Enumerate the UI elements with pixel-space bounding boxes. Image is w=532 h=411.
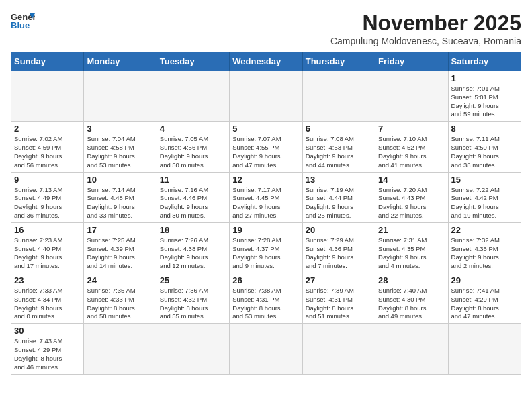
day-info: Sunrise: 7:33 AMSunset: 4:34 PMDaylight:… bbox=[14, 287, 81, 321]
table-row: 24Sunrise: 7:35 AMSunset: 4:33 PMDayligh… bbox=[84, 273, 157, 324]
empty-cell bbox=[157, 71, 229, 122]
table-row: 14Sunrise: 7:20 AMSunset: 4:43 PMDayligh… bbox=[375, 172, 448, 222]
day-number: 20 bbox=[306, 225, 372, 235]
logo-icon: General Blue bbox=[11, 11, 35, 30]
day-number: 1 bbox=[451, 73, 518, 83]
day-info: Sunrise: 7:19 AMSunset: 4:44 PMDaylight:… bbox=[306, 186, 372, 220]
day-info: Sunrise: 7:40 AMSunset: 4:30 PMDaylight:… bbox=[378, 287, 445, 321]
table-row: 26Sunrise: 7:38 AMSunset: 4:31 PMDayligh… bbox=[230, 273, 302, 324]
day-info: Sunrise: 7:07 AMSunset: 4:55 PMDaylight:… bbox=[232, 135, 299, 169]
calendar-week-row: 16Sunrise: 7:23 AMSunset: 4:40 PMDayligh… bbox=[11, 222, 521, 273]
day-number: 14 bbox=[378, 175, 445, 185]
day-info: Sunrise: 7:43 AMSunset: 4:29 PMDaylight:… bbox=[14, 337, 81, 371]
day-number: 5 bbox=[232, 124, 299, 134]
table-row: 11Sunrise: 7:16 AMSunset: 4:46 PMDayligh… bbox=[157, 172, 229, 222]
day-info: Sunrise: 7:16 AMSunset: 4:46 PMDaylight:… bbox=[160, 186, 226, 220]
table-row: 23Sunrise: 7:33 AMSunset: 4:34 PMDayligh… bbox=[11, 273, 84, 324]
day-info: Sunrise: 7:31 AMSunset: 4:35 PMDaylight:… bbox=[378, 236, 445, 271]
logo: General Blue bbox=[11, 11, 35, 30]
header-thursday: Thursday bbox=[302, 52, 375, 71]
header-tuesday: Tuesday bbox=[157, 52, 229, 71]
day-info: Sunrise: 7:38 AMSunset: 4:31 PMDaylight:… bbox=[232, 287, 299, 321]
calendar-week-row: 1Sunrise: 7:01 AMSunset: 5:01 PMDaylight… bbox=[11, 71, 521, 122]
day-number: 26 bbox=[232, 275, 299, 285]
empty-cell bbox=[84, 324, 157, 374]
day-number: 4 bbox=[160, 124, 226, 134]
day-info: Sunrise: 7:22 AMSunset: 4:42 PMDaylight:… bbox=[451, 186, 518, 220]
day-number: 17 bbox=[87, 225, 153, 235]
empty-cell bbox=[84, 71, 157, 122]
day-number: 25 bbox=[160, 275, 226, 285]
table-row: 4Sunrise: 7:05 AMSunset: 4:56 PMDaylight… bbox=[157, 122, 229, 172]
day-number: 9 bbox=[14, 175, 81, 185]
table-row: 17Sunrise: 7:25 AMSunset: 4:39 PMDayligh… bbox=[84, 222, 157, 273]
table-row: 13Sunrise: 7:19 AMSunset: 4:44 PMDayligh… bbox=[302, 172, 375, 222]
table-row: 30Sunrise: 7:43 AMSunset: 4:29 PMDayligh… bbox=[11, 324, 84, 374]
day-info: Sunrise: 7:36 AMSunset: 4:32 PMDaylight:… bbox=[160, 287, 226, 321]
calendar-week-row: 23Sunrise: 7:33 AMSunset: 4:34 PMDayligh… bbox=[11, 273, 521, 324]
day-info: Sunrise: 7:26 AMSunset: 4:38 PMDaylight:… bbox=[160, 236, 226, 271]
day-number: 18 bbox=[160, 225, 226, 235]
day-info: Sunrise: 7:20 AMSunset: 4:43 PMDaylight:… bbox=[378, 186, 445, 220]
day-number: 28 bbox=[378, 275, 445, 285]
table-row: 7Sunrise: 7:10 AMSunset: 4:52 PMDaylight… bbox=[375, 122, 448, 172]
day-number: 6 bbox=[306, 124, 372, 134]
empty-cell bbox=[375, 324, 448, 374]
day-info: Sunrise: 7:04 AMSunset: 4:58 PMDaylight:… bbox=[87, 135, 153, 169]
day-number: 2 bbox=[14, 124, 81, 134]
table-row: 1Sunrise: 7:01 AMSunset: 5:01 PMDaylight… bbox=[448, 71, 521, 122]
table-row: 12Sunrise: 7:17 AMSunset: 4:45 PMDayligh… bbox=[230, 172, 302, 222]
day-number: 22 bbox=[451, 225, 518, 235]
day-info: Sunrise: 7:41 AMSunset: 4:29 PMDaylight:… bbox=[451, 287, 518, 321]
day-number: 10 bbox=[87, 175, 153, 185]
empty-cell bbox=[11, 71, 84, 122]
day-info: Sunrise: 7:08 AMSunset: 4:53 PMDaylight:… bbox=[306, 135, 372, 169]
day-info: Sunrise: 7:39 AMSunset: 4:31 PMDaylight:… bbox=[306, 287, 372, 321]
table-row: 18Sunrise: 7:26 AMSunset: 4:38 PMDayligh… bbox=[157, 222, 229, 273]
day-info: Sunrise: 7:13 AMSunset: 4:49 PMDaylight:… bbox=[14, 186, 81, 220]
day-number: 3 bbox=[87, 124, 153, 134]
header: General Blue November 2025 Campulung Mol… bbox=[11, 11, 521, 46]
day-number: 7 bbox=[378, 124, 445, 134]
calendar-week-row: 9Sunrise: 7:13 AMSunset: 4:49 PMDaylight… bbox=[11, 172, 521, 222]
day-number: 19 bbox=[232, 225, 299, 235]
table-row: 16Sunrise: 7:23 AMSunset: 4:40 PMDayligh… bbox=[11, 222, 84, 273]
day-number: 15 bbox=[451, 175, 518, 185]
svg-text:Blue: Blue bbox=[11, 20, 30, 30]
table-row: 20Sunrise: 7:29 AMSunset: 4:36 PMDayligh… bbox=[302, 222, 375, 273]
day-info: Sunrise: 7:25 AMSunset: 4:39 PMDaylight:… bbox=[87, 236, 153, 271]
day-info: Sunrise: 7:29 AMSunset: 4:36 PMDaylight:… bbox=[306, 236, 372, 271]
day-info: Sunrise: 7:05 AMSunset: 4:56 PMDaylight:… bbox=[160, 135, 226, 169]
day-number: 30 bbox=[14, 326, 81, 336]
table-row: 28Sunrise: 7:40 AMSunset: 4:30 PMDayligh… bbox=[375, 273, 448, 324]
title-block: November 2025 Campulung Moldovenesc, Suc… bbox=[330, 11, 521, 46]
header-sunday: Sunday bbox=[11, 52, 84, 71]
table-row: 29Sunrise: 7:41 AMSunset: 4:29 PMDayligh… bbox=[448, 273, 521, 324]
day-number: 27 bbox=[306, 275, 372, 285]
month-title: November 2025 bbox=[330, 11, 521, 36]
empty-cell bbox=[230, 324, 302, 374]
day-info: Sunrise: 7:23 AMSunset: 4:40 PMDaylight:… bbox=[14, 236, 81, 271]
table-row: 25Sunrise: 7:36 AMSunset: 4:32 PMDayligh… bbox=[157, 273, 229, 324]
day-number: 12 bbox=[232, 175, 299, 185]
table-row: 6Sunrise: 7:08 AMSunset: 4:53 PMDaylight… bbox=[302, 122, 375, 172]
header-saturday: Saturday bbox=[448, 52, 521, 71]
empty-cell bbox=[448, 324, 521, 374]
day-info: Sunrise: 7:10 AMSunset: 4:52 PMDaylight:… bbox=[378, 135, 445, 169]
empty-cell bbox=[302, 71, 375, 122]
day-number: 13 bbox=[306, 175, 372, 185]
table-row: 21Sunrise: 7:31 AMSunset: 4:35 PMDayligh… bbox=[375, 222, 448, 273]
table-row: 27Sunrise: 7:39 AMSunset: 4:31 PMDayligh… bbox=[302, 273, 375, 324]
day-info: Sunrise: 7:11 AMSunset: 4:50 PMDaylight:… bbox=[451, 135, 518, 169]
table-row: 10Sunrise: 7:14 AMSunset: 4:48 PMDayligh… bbox=[84, 172, 157, 222]
day-number: 29 bbox=[451, 275, 518, 285]
header-friday: Friday bbox=[375, 52, 448, 71]
day-info: Sunrise: 7:01 AMSunset: 5:01 PMDaylight:… bbox=[451, 85, 518, 119]
table-row: 15Sunrise: 7:22 AMSunset: 4:42 PMDayligh… bbox=[448, 172, 521, 222]
day-info: Sunrise: 7:02 AMSunset: 4:59 PMDaylight:… bbox=[14, 135, 81, 169]
header-monday: Monday bbox=[84, 52, 157, 71]
day-number: 8 bbox=[451, 124, 518, 134]
day-number: 21 bbox=[378, 225, 445, 235]
day-number: 11 bbox=[160, 175, 226, 185]
table-row: 3Sunrise: 7:04 AMSunset: 4:58 PMDaylight… bbox=[84, 122, 157, 172]
